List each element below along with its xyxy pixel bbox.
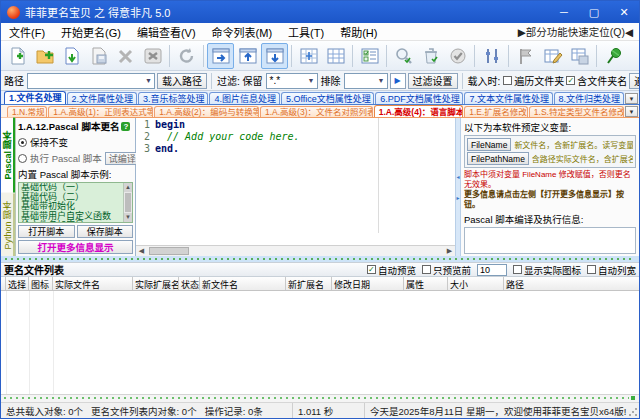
list-item[interactable]: 给文件名加序号: [19, 221, 123, 222]
flag-icon[interactable]: [512, 43, 539, 69]
column-header-modified-date[interactable]: 修改日期: [332, 277, 404, 290]
help-icon[interactable]: ?: [121, 122, 130, 131]
try-compile-button[interactable]: 试编译: [105, 152, 140, 165]
search-check-icon[interactable]: [390, 43, 417, 69]
run-pascal-radio[interactable]: 执行 Pascal 脚本 试编译: [18, 151, 133, 165]
filter-sliders-icon[interactable]: [478, 43, 505, 69]
tab-image-info-processing[interactable]: 4.图片信息处理: [209, 92, 279, 104]
compile-output-box[interactable]: [464, 227, 636, 254]
examples-scrollbar[interactable]: ▲ ▼: [123, 183, 132, 222]
remove-box-icon[interactable]: [139, 43, 166, 69]
traverse-list-button[interactable]: 遍历文件列表: [629, 73, 639, 89]
scroll-down-icon[interactable]: ▼: [124, 213, 132, 222]
scroll-thumb[interactable]: [149, 247, 189, 255]
menu-tools[interactable]: 工具(T): [280, 23, 332, 40]
resize-grip[interactable]: [628, 407, 638, 417]
menu-edit-view[interactable]: 编辑查看(V): [129, 23, 204, 40]
column-header-icon[interactable]: 图标: [29, 277, 53, 290]
show-real-icons-checkbox[interactable]: 显示实际图标: [513, 263, 581, 277]
scroll-right-icon[interactable]: ▶: [444, 247, 455, 255]
filepathname-variable-button[interactable]: FilePathName: [467, 152, 529, 165]
keep-unchanged-radio[interactable]: 保持不变: [18, 135, 133, 149]
tab-advanced-mapping-list[interactable]: 1.A.高级(3)：文件名对照列表: [260, 106, 373, 117]
code-area[interactable]: 1begin 2 // Add your code here. 3end.: [136, 118, 455, 245]
auto-preview-checkbox[interactable]: ✓自动预览: [367, 263, 416, 277]
new-file-icon[interactable]: [4, 43, 31, 69]
column-header-path[interactable]: 路径: [504, 277, 639, 290]
tab-advanced-script[interactable]: 1.A.高级(4)：语言脚本: [374, 105, 463, 117]
column-header-status[interactable]: 状态: [179, 277, 200, 290]
column-header-select[interactable]: 选择: [6, 277, 29, 290]
traverse-folders-checkbox[interactable]: 遍历文件夹: [503, 73, 564, 88]
menu-start-rename[interactable]: 开始更名(G): [53, 23, 129, 40]
menu-command-list[interactable]: 命令列表(M): [204, 23, 281, 40]
tab-python-script[interactable]: Python 脚本: [1, 193, 15, 256]
open-more-info-button[interactable]: 打开更多信息显示: [18, 240, 133, 254]
column-header-new-extension[interactable]: 新扩展名: [286, 277, 332, 290]
path-combobox[interactable]: ▼: [27, 73, 155, 89]
file-table-body[interactable]: [1, 291, 639, 394]
horizontal-splitter[interactable]: [1, 256, 639, 262]
preview-count-input[interactable]: [477, 264, 507, 276]
grid-icon[interactable]: [322, 43, 349, 69]
pascal-code-editor[interactable]: 1begin 2 // Add your code here. 3end. ◀ …: [136, 118, 455, 256]
pane-down-icon[interactable]: [261, 43, 288, 69]
pane-up-icon[interactable]: [234, 43, 261, 69]
filter-keep-combobox[interactable]: *.*▼: [266, 73, 318, 89]
tab-office-doc-processing[interactable]: 5.Office文档属性处理: [281, 92, 374, 104]
auto-column-width-checkbox[interactable]: 自动列宽: [587, 263, 636, 277]
pane-right-icon[interactable]: [207, 43, 234, 69]
main-tab-overflow-button[interactable]: ▼: [625, 93, 638, 104]
menu-help[interactable]: 帮助(H): [332, 23, 385, 40]
save-script-button[interactable]: 保存脚本: [77, 225, 134, 238]
tab-music-tag-processing[interactable]: 3.音乐标签处理: [138, 92, 208, 104]
table-edit-icon[interactable]: [539, 43, 566, 69]
tab-text-file-processing[interactable]: 7.文本文件属性处理: [464, 92, 552, 104]
scroll-up-icon[interactable]: ▲: [124, 183, 132, 192]
tab-pascal-script[interactable]: Pascal 脚本: [1, 118, 15, 193]
save-list-icon[interactable]: [85, 43, 112, 69]
grid-add-icon[interactable]: [295, 43, 322, 69]
tab-specific-type-modify[interactable]: 1.S.特定类型文件名修改: [529, 106, 624, 117]
filename-variable-button[interactable]: FileName: [467, 138, 511, 151]
maximize-button[interactable]: ▢: [579, 1, 609, 23]
column-header-attributes[interactable]: 属性: [404, 277, 448, 290]
tab-advanced-regex[interactable]: 1.A.高级(1)：正则表达式等: [48, 106, 153, 117]
load-path-button[interactable]: 载入路径: [157, 73, 207, 89]
table-save-icon[interactable]: [566, 43, 593, 69]
column-header-size[interactable]: 大小: [448, 277, 504, 290]
scroll-thumb[interactable]: [125, 193, 131, 212]
filter-exclude-combobox[interactable]: ▼: [344, 73, 388, 89]
tab-file-classify-processing[interactable]: 8.文件归类处理: [554, 92, 624, 104]
sub-tab-overflow-button[interactable]: ▼: [625, 106, 638, 117]
include-folder-name-checkbox[interactable]: ✓含文件夹名: [566, 73, 627, 88]
add-folder-icon[interactable]: [31, 43, 58, 69]
pushpin-icon[interactable]: [600, 43, 627, 69]
trash-check-icon[interactable]: [417, 43, 444, 69]
tab-advanced-encoding[interactable]: 1.A.高级(2)：编码与转换等: [154, 106, 259, 117]
column-header-actual-filename[interactable]: 实际文件名: [53, 277, 133, 290]
close-button[interactable]: ✕: [609, 1, 639, 23]
confirm-check-icon[interactable]: [444, 43, 471, 69]
refresh-icon[interactable]: [173, 43, 200, 69]
tab-normal[interactable]: 1.N.常规: [7, 106, 47, 117]
column-header-new-filename[interactable]: 新文件名: [200, 277, 286, 290]
minimize-button[interactable]: ─: [549, 1, 579, 23]
column-header-actual-extension[interactable]: 实际扩展名: [133, 277, 179, 290]
editor-horizontal-scrollbar[interactable]: ◀ ▶: [136, 245, 455, 256]
tab-pdf-doc-processing[interactable]: 6.PDF文档属性处理: [375, 92, 463, 104]
filter-settings-button[interactable]: 过滤设置: [408, 73, 458, 89]
delete-icon[interactable]: [112, 43, 139, 69]
quick-locate-button[interactable]: ▶部分功能快速定位(Q)◀: [512, 24, 639, 39]
open-script-button[interactable]: 打开脚本: [18, 225, 75, 238]
checklist-icon[interactable]: [356, 43, 383, 69]
scroll-track[interactable]: [147, 246, 444, 256]
scroll-left-icon[interactable]: ◀: [136, 247, 147, 255]
load-list-icon[interactable]: [58, 43, 85, 69]
tab-file-attribute-processing[interactable]: 2.文件属性处理: [67, 92, 137, 104]
menu-file[interactable]: 文件(F): [1, 23, 53, 40]
table-horizontal-scrollbar[interactable]: [1, 394, 639, 402]
tab-extension-modify[interactable]: 1.E.扩展名修改: [464, 106, 528, 117]
preview-first-checkbox[interactable]: 只预览前: [422, 263, 471, 277]
tab-filename-processing[interactable]: 1.文件名处理: [4, 91, 66, 104]
